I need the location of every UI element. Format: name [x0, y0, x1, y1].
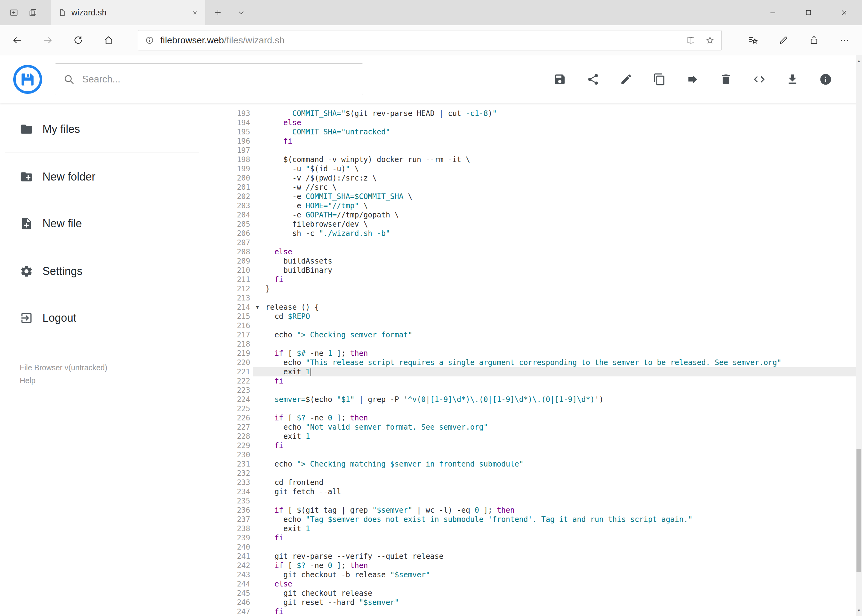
code-line[interactable]: 216	[223, 321, 856, 330]
code-line[interactable]: 238 exit 1	[223, 524, 856, 533]
share-button[interactable]	[586, 72, 600, 87]
new-tab-button[interactable]	[208, 0, 227, 25]
code-line[interactable]: 193 COMMIT_SHA="$(git rev-parse HEAD | c…	[223, 109, 856, 118]
maximize-button[interactable]	[791, 0, 826, 25]
code-line[interactable]: 205 filebrowser/dev \	[223, 220, 856, 229]
save-button[interactable]	[552, 72, 567, 87]
set-tabs-aside-icon[interactable]	[4, 0, 24, 25]
home-button[interactable]	[93, 25, 124, 55]
web-note-pen-icon[interactable]	[768, 25, 799, 55]
minimize-button[interactable]	[755, 0, 791, 25]
code-line[interactable]: 245 git checkout release	[223, 589, 856, 598]
scroll-down-icon[interactable]: ▼	[856, 605, 862, 616]
code-line[interactable]: 232	[223, 469, 856, 478]
delete-button[interactable]	[719, 72, 733, 87]
filebrowser-logo[interactable]	[13, 64, 43, 94]
code-line[interactable]: 236 if [ $(git tag | grep "$semver" | wc…	[223, 506, 856, 515]
edit-button[interactable]	[619, 72, 633, 87]
code-line[interactable]: 214▾release () {	[223, 303, 856, 312]
address-bar[interactable]: filebrowser.web/files/wizard.sh	[138, 30, 722, 50]
sidebar-item-logout[interactable]: Logout	[0, 303, 223, 333]
browser-tab[interactable]: wizard.sh	[51, 0, 205, 25]
code-line[interactable]: 226 if [ $? -ne 0 ]; then	[223, 413, 856, 423]
code-line[interactable]: 207	[223, 238, 856, 247]
code-line[interactable]: 239 fi	[223, 533, 856, 542]
refresh-button[interactable]	[63, 25, 93, 55]
code-line[interactable]: 231 echo "> Checking matching $semver in…	[223, 459, 856, 469]
code-line[interactable]: 210 buildBinary	[223, 266, 856, 275]
code-line[interactable]: 198 $(command -v winpty) docker run --rm…	[223, 155, 856, 164]
code-line[interactable]: 201 -w //src \	[223, 183, 856, 192]
code-line[interactable]: 244 else	[223, 580, 856, 589]
code-line[interactable]: 240	[223, 542, 856, 552]
scrollbar-thumb[interactable]	[856, 449, 861, 572]
sidebar-item-settings[interactable]: Settings	[0, 256, 223, 287]
sidebar-item-my-files[interactable]: My files	[0, 114, 223, 145]
reading-view-icon[interactable]	[686, 36, 695, 45]
code-line[interactable]: 228 exit 1	[223, 432, 856, 441]
tab-list-chevron-icon[interactable]	[232, 0, 251, 25]
code-line[interactable]: 209 buildAssets	[223, 256, 856, 266]
code-line[interactable]: 204 -e GOPATH=//tmp/gopath \	[223, 211, 856, 220]
share-page-icon[interactable]	[799, 25, 829, 55]
code-line[interactable]: 213	[223, 293, 856, 303]
code-line[interactable]: 194 else	[223, 118, 856, 127]
search-box[interactable]	[55, 63, 363, 95]
page-scrollbar[interactable]: ▲ ▼	[856, 55, 862, 616]
code-line[interactable]: 230	[223, 450, 856, 459]
code-line[interactable]: 208 else	[223, 247, 856, 256]
code-line[interactable]: 202 -e COMMIT_SHA=$COMMIT_SHA \	[223, 192, 856, 201]
code-editor[interactable]: 193 COMMIT_SHA="$(git rev-parse HEAD | c…	[223, 103, 856, 616]
favorite-star-icon[interactable]	[705, 36, 715, 45]
copy-button[interactable]	[652, 72, 667, 87]
download-button[interactable]	[785, 72, 800, 87]
move-button[interactable]	[686, 72, 700, 87]
code-line[interactable]: 225	[223, 404, 856, 413]
tabs-preview-icon[interactable]	[24, 0, 43, 25]
code-line[interactable]: 229 fi	[223, 441, 856, 450]
code-line[interactable]: 200 -v /$(pwd):/src:z \	[223, 173, 856, 183]
code-line[interactable]: 211 fi	[223, 275, 856, 284]
help-link[interactable]: Help	[20, 375, 223, 386]
code-line[interactable]: 203 -e HOME="//tmp" \	[223, 201, 856, 211]
forward-button[interactable]	[32, 25, 63, 55]
code-line[interactable]: 222 fi	[223, 376, 856, 386]
code-line[interactable]: 234 git fetch --all	[223, 487, 856, 497]
site-info-icon[interactable]	[145, 36, 154, 45]
code-line[interactable]: 237 echo "Tag $semver does not exist in …	[223, 515, 856, 524]
code-line[interactable]: 227 echo "Not valid semver format. See s…	[223, 423, 856, 432]
code-line[interactable]: 212}	[223, 284, 856, 293]
code-line[interactable]: 219 if [ $# -ne 1 ]; then	[223, 349, 856, 358]
code-line[interactable]: 197	[223, 146, 856, 155]
code-line[interactable]: 206 sh -c "./wizard.sh -b"	[223, 229, 856, 238]
code-line[interactable]: 220 echo "This release script requires a…	[223, 358, 856, 367]
code-line[interactable]: 195 COMMIT_SHA="untracked"	[223, 127, 856, 137]
fold-marker-icon[interactable]: ▾	[256, 303, 259, 312]
info-button[interactable]	[818, 72, 833, 87]
search-input[interactable]	[82, 74, 355, 85]
scroll-up-icon[interactable]: ▲	[856, 55, 862, 66]
back-button[interactable]	[2, 25, 32, 55]
code-line[interactable]: 196 fi	[223, 137, 856, 146]
more-options-icon[interactable]	[829, 25, 860, 55]
code-line[interactable]: 215 cd $REPO	[223, 312, 856, 321]
sidebar-item-new-file[interactable]: New file	[0, 208, 223, 239]
code-line[interactable]: 243 git checkout -b release "$semver"	[223, 570, 856, 580]
code-line[interactable]: 241 git rev-parse --verify --quiet relea…	[223, 552, 856, 561]
code-line[interactable]: 218	[223, 339, 856, 349]
close-tab-icon[interactable]	[191, 9, 199, 16]
hub-favorites-icon[interactable]	[738, 25, 768, 55]
code-line[interactable]: 224 semver=$(echo "$1" | grep -P '^v(0|[…	[223, 395, 856, 404]
code-line[interactable]: 217 echo "> Checking semver format"	[223, 330, 856, 339]
code-line[interactable]: 221 exit 1	[223, 367, 856, 376]
code-button[interactable]	[752, 72, 767, 87]
code-line[interactable]: 223	[223, 386, 856, 395]
code-line[interactable]: 242 if [ $? -ne 0 ]; then	[223, 561, 856, 570]
sidebar-item-new-folder[interactable]: New folder	[0, 162, 223, 192]
code-line[interactable]: 235	[223, 497, 856, 506]
close-window-button[interactable]	[826, 0, 862, 25]
code-line[interactable]: 247 fi	[223, 607, 856, 616]
code-line[interactable]: 246 git reset --hard "$semver"	[223, 598, 856, 607]
code-line[interactable]: 199 -u "$(id -u)" \	[223, 164, 856, 173]
code-line[interactable]: 233 cd frontend	[223, 478, 856, 487]
